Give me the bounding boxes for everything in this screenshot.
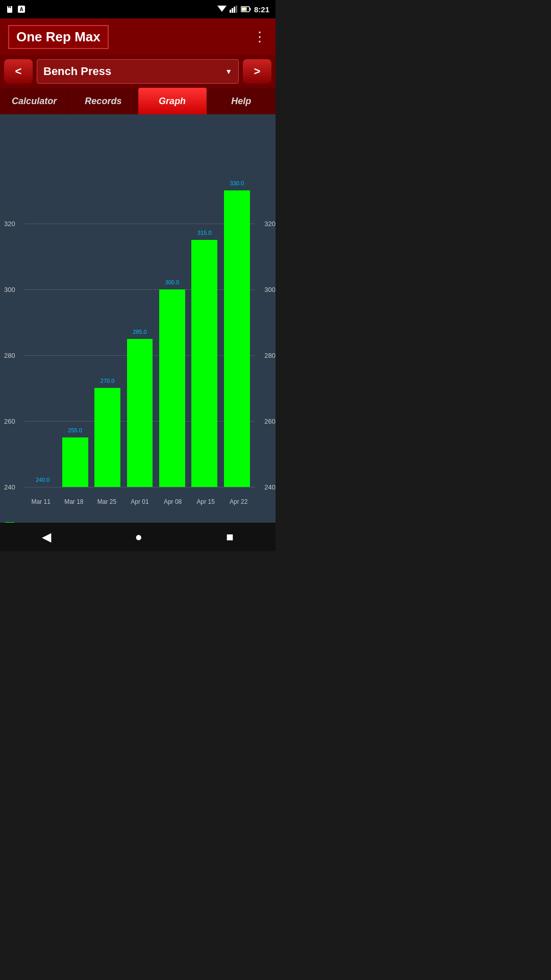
bar-group: 285.0	[123, 125, 156, 487]
x-label: Mar 11	[24, 498, 58, 505]
tab-graph-label: Graph	[159, 96, 186, 107]
status-time: 8:21	[254, 5, 269, 14]
y-label-right: 320	[264, 219, 276, 227]
tab-help[interactable]: Help	[207, 88, 276, 114]
bar: 285.0	[127, 339, 153, 487]
grid-line	[24, 487, 255, 487]
y-label-right: 280	[264, 351, 276, 359]
prev-exercise-button[interactable]: <	[4, 59, 33, 84]
svg-text:A: A	[19, 7, 23, 12]
y-label-left: 260	[4, 417, 15, 425]
tab-records-label: Records	[85, 96, 121, 107]
svg-rect-2	[8, 6, 9, 8]
bar: 270.0	[94, 388, 120, 487]
bar-group: 270.0	[91, 125, 123, 487]
chart-inner: 240240260260280280300300320320240.0255.0…	[24, 125, 255, 487]
y-label-right: 240	[264, 483, 276, 491]
bar-value-label: 285.0	[133, 329, 147, 335]
status-right-icons: ⚡ 8:21	[217, 5, 269, 14]
svg-rect-11	[249, 8, 251, 11]
dropdown-arrow-icon: ▼	[225, 67, 232, 76]
title-bar: One Rep Max ⋮	[0, 18, 276, 55]
svg-marker-5	[217, 6, 227, 12]
svg-rect-1	[10, 6, 11, 8]
svg-rect-7	[232, 8, 233, 13]
tab-records[interactable]: Records	[69, 88, 138, 114]
x-label: Mar 18	[58, 498, 91, 505]
app-title: One Rep Max	[16, 29, 101, 44]
y-label-left: 320	[4, 219, 15, 227]
status-left-icons: A	[6, 5, 26, 13]
tab-help-label: Help	[231, 96, 251, 107]
status-bar: A ⚡ 8:21	[0, 0, 276, 18]
x-label: Mar 25	[90, 498, 123, 505]
bar: 300.0	[159, 289, 185, 487]
y-label-right: 260	[264, 417, 276, 425]
tab-graph[interactable]: Graph	[138, 88, 207, 114]
tab-calculator[interactable]: Calculator	[0, 88, 69, 114]
y-label-left: 280	[4, 351, 15, 359]
svg-rect-9	[236, 6, 237, 13]
bar: 255.0	[62, 437, 88, 487]
back-button[interactable]: ◀	[42, 530, 51, 544]
y-label-left: 240	[4, 483, 15, 491]
bar-group: 240.0	[27, 125, 59, 487]
bar-value-label: 300.0	[165, 279, 180, 285]
x-label: Apr 15	[189, 498, 222, 505]
exercise-bar: < Bench Press ▼ >	[0, 55, 276, 88]
y-label-right: 300	[264, 285, 276, 293]
chart-area: 240240260260280280300300320320240.0255.0…	[0, 114, 276, 533]
bar-group: 330.0	[221, 125, 253, 487]
wifi-icon	[217, 6, 227, 13]
next-exercise-button[interactable]: >	[243, 59, 271, 84]
chart-container: 240240260260280280300300320320240.0255.0…	[0, 119, 276, 518]
exercise-name: Bench Press	[43, 65, 111, 78]
bar-group: 300.0	[156, 125, 188, 487]
bar-group: 255.0	[59, 125, 91, 487]
battery-icon: ⚡	[241, 6, 251, 12]
x-label: Apr 22	[222, 498, 255, 505]
home-button[interactable]: ●	[135, 530, 142, 544]
tab-calculator-label: Calculator	[12, 96, 57, 107]
bar-value-label: 240.0	[36, 477, 50, 483]
bar-group: 315.0	[188, 125, 220, 487]
signal-icon	[230, 6, 238, 13]
bar-value-label: 315.0	[197, 230, 212, 236]
svg-rect-6	[230, 10, 231, 13]
y-label-left: 300	[4, 285, 15, 293]
bar-value-label: 330.0	[230, 180, 244, 186]
recents-button[interactable]: ■	[226, 530, 234, 544]
bottom-nav: ◀ ● ■	[0, 523, 276, 551]
sd-card-icon	[6, 5, 14, 13]
title-box: One Rep Max	[8, 25, 109, 49]
accessibility-icon: A	[17, 5, 26, 13]
bar-value-label: 255.0	[68, 427, 82, 433]
x-label: Apr 01	[123, 498, 157, 505]
x-labels: Mar 11Mar 18Mar 25Apr 01Apr 08Apr 15Apr …	[24, 498, 255, 505]
bar: 315.0	[191, 240, 217, 487]
bar-value-label: 270.0	[101, 378, 115, 384]
tab-bar: Calculator Records Graph Help	[0, 88, 276, 114]
svg-text:⚡: ⚡	[242, 8, 247, 12]
bars-container: 240.0255.0270.0285.0300.0315.0330.0	[24, 125, 255, 487]
svg-rect-8	[234, 7, 235, 13]
exercise-dropdown[interactable]: Bench Press ▼	[37, 59, 239, 84]
x-label: Apr 08	[156, 498, 189, 505]
menu-button[interactable]: ⋮	[253, 29, 267, 45]
bar: 330.0	[224, 190, 250, 487]
